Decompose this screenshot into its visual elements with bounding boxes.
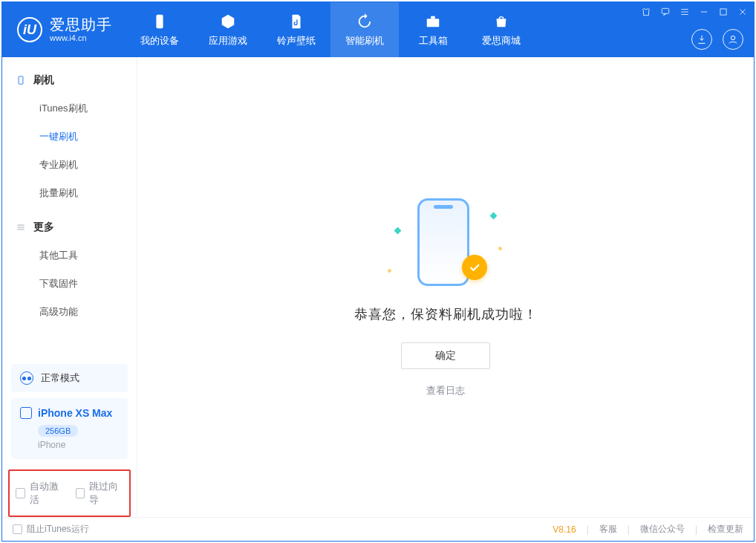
checkbox-icon <box>13 524 22 534</box>
shopping-bag-icon <box>492 12 511 31</box>
tab-toolbox[interactable]: 工具箱 <box>399 2 467 57</box>
version-text: V8.16 <box>553 524 576 535</box>
sidebar-group-flash: 刷机 <box>2 66 137 94</box>
sidebar-item-pro-flash[interactable]: 专业刷机 <box>2 151 137 179</box>
sidebar-item-other-tools[interactable]: 其他工具 <box>2 241 137 270</box>
tab-my-device[interactable]: 我的设备 <box>126 2 194 57</box>
tab-label: 智能刷机 <box>345 34 384 48</box>
app-title: 爱思助手 <box>50 16 112 33</box>
music-file-icon <box>287 12 306 31</box>
check-badge-icon <box>462 255 487 280</box>
toolbox-icon <box>423 12 443 31</box>
dot-icon <box>498 247 502 250</box>
sparkle-icon <box>490 212 498 220</box>
check-update-link[interactable]: 检查更新 <box>708 523 743 536</box>
device-name: iPhone XS Max <box>38 407 112 419</box>
dot-icon <box>388 269 391 273</box>
sidebar-item-batch-flash[interactable]: 批量刷机 <box>2 179 137 207</box>
sparkle-icon <box>394 227 402 235</box>
success-message: 恭喜您，保资料刷机成功啦！ <box>354 305 538 323</box>
menu-icon <box>16 222 26 233</box>
tab-store[interactable]: 爱思商城 <box>467 2 535 57</box>
skip-guide-checkbox[interactable]: 跳过向导 <box>76 480 124 507</box>
header-actions <box>691 29 743 50</box>
device-mode-card[interactable]: 正常模式 <box>11 364 128 392</box>
svg-rect-3 <box>662 8 668 13</box>
window-controls <box>639 5 749 19</box>
confirm-button[interactable]: 确定 <box>401 342 490 369</box>
wechat-link[interactable]: 微信公众号 <box>640 523 685 536</box>
success-illustration <box>401 198 490 287</box>
tab-ringtones-wallpapers[interactable]: 铃声壁纸 <box>262 2 330 57</box>
minimize-button[interactable] <box>697 5 711 19</box>
sidebar-item-oneclick-flash[interactable]: 一键刷机 <box>2 123 137 151</box>
menu-lines-icon[interactable] <box>678 5 691 19</box>
tab-label: 爱思商城 <box>482 34 521 48</box>
svg-rect-1 <box>427 19 440 27</box>
main-content: 恭喜您，保资料刷机成功啦！ 确定 查看日志 <box>137 57 754 517</box>
auto-activate-checkbox[interactable]: 自动激活 <box>16 480 64 507</box>
checkbox-label: 自动激活 <box>30 480 64 507</box>
phone-icon <box>16 75 26 85</box>
svg-rect-4 <box>720 9 726 15</box>
checkbox-icon <box>16 488 25 498</box>
tab-label: 应用游戏 <box>209 34 247 48</box>
tab-label: 工具箱 <box>419 34 448 48</box>
tab-smart-flash[interactable]: 智能刷机 <box>330 2 399 57</box>
feedback-icon[interactable] <box>659 5 672 19</box>
status-bar: 阻止iTunes运行 V8.16 | 客服 | 微信公众号 | 检查更新 <box>2 517 754 541</box>
sidebar-item-itunes-flash[interactable]: iTunes刷机 <box>2 94 137 123</box>
support-link[interactable]: 客服 <box>599 523 617 536</box>
tab-label: 铃声壁纸 <box>277 34 316 48</box>
device-icon <box>150 12 169 31</box>
title-bar: iU 爱思助手 www.i4.cn 我的设备 应用游戏 铃声壁纸 智能刷机 <box>2 2 754 57</box>
app-logo: iU 爱思助手 www.i4.cn <box>2 2 126 57</box>
device-mode-text: 正常模式 <box>41 371 79 385</box>
device-info-card[interactable]: iPhone XS Max 256GB iPhone <box>11 398 128 459</box>
checkbox-icon <box>76 488 85 498</box>
checkbox-label: 跳过向导 <box>89 480 123 507</box>
checkbox-label: 阻止iTunes运行 <box>27 523 89 536</box>
tab-apps-games[interactable]: 应用游戏 <box>194 2 262 57</box>
download-button[interactable] <box>691 29 712 50</box>
device-capacity-badge: 256GB <box>38 425 78 437</box>
logo-icon: iU <box>17 17 42 42</box>
svg-rect-0 <box>156 15 163 28</box>
main-nav-tabs: 我的设备 应用游戏 铃声壁纸 智能刷机 工具箱 爱思商城 <box>126 2 535 57</box>
close-button[interactable] <box>736 5 749 19</box>
tshirt-icon[interactable] <box>639 5 653 19</box>
mode-icon <box>20 371 33 385</box>
cube-icon <box>218 12 238 31</box>
view-log-link[interactable]: 查看日志 <box>426 384 465 397</box>
refresh-shield-icon <box>355 12 374 31</box>
phone-icon <box>20 407 32 419</box>
svg-point-5 <box>731 36 734 39</box>
svg-rect-6 <box>19 77 23 85</box>
flash-options-highlight: 自动激活 跳过向导 <box>8 469 131 517</box>
maximize-button[interactable] <box>717 5 730 19</box>
app-subtitle: www.i4.cn <box>50 33 112 43</box>
sidebar: 刷机 iTunes刷机 一键刷机 专业刷机 批量刷机 更多 其他工具 下载固件 … <box>2 57 137 517</box>
phone-outline-icon <box>417 198 469 286</box>
sidebar-group-more: 更多 <box>2 213 137 241</box>
account-button[interactable] <box>723 29 743 50</box>
svg-rect-2 <box>431 16 435 19</box>
device-type: iPhone <box>38 440 119 450</box>
sidebar-item-download-firmware[interactable]: 下载固件 <box>2 270 137 298</box>
sidebar-group-title: 更多 <box>33 221 54 234</box>
sidebar-item-advanced[interactable]: 高级功能 <box>2 298 137 326</box>
sidebar-group-title: 刷机 <box>33 74 54 87</box>
tab-label: 我的设备 <box>140 34 179 48</box>
block-itunes-checkbox[interactable]: 阻止iTunes运行 <box>13 523 89 536</box>
